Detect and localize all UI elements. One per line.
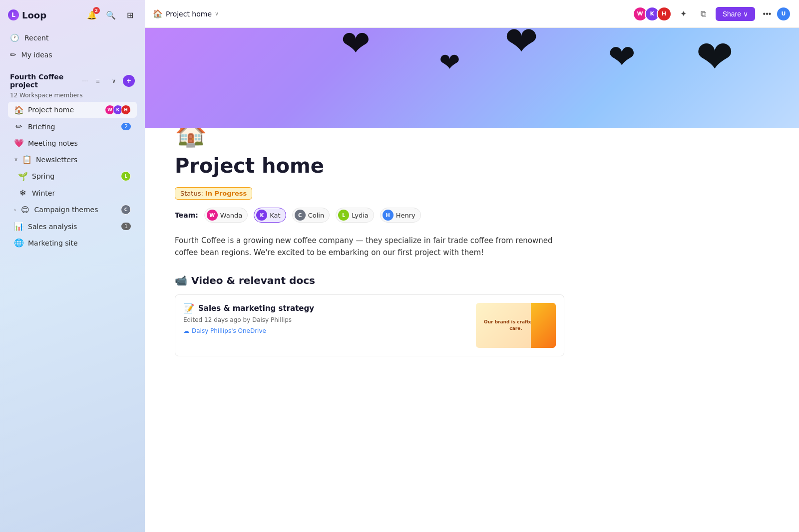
sales-analysis-label: Sales analysis (28, 223, 117, 231)
apps-button[interactable]: ✦ (676, 6, 692, 22)
workspace-header[interactable]: Fourth Coffee project ⋯ ≡ ∨ + (4, 70, 141, 92)
workspace-title-chevron: ⋯ (82, 77, 88, 84)
status-badge: Status: In Progress (175, 187, 252, 200)
doc-meta: Edited 12 days ago by Daisy Phillips (183, 316, 468, 323)
search-button[interactable]: 🔍 (104, 8, 118, 22)
page-description: Fourth Coffee is a growing new coffee co… (175, 235, 564, 259)
topbar-actions: ✦ ⧉ Share ∨ ••• U (676, 6, 791, 22)
spring-icon: 🌱 (18, 172, 28, 181)
team-member-kat[interactable]: K Kat (254, 208, 286, 223)
section-heading: 📹 Video & relevant docs (175, 274, 564, 286)
copy-button[interactable]: ⧉ (696, 6, 712, 22)
heart-1: ❤️ (341, 28, 371, 64)
logo-icon: L (8, 9, 19, 20)
breadcrumb: 🏠 Project home ∨ (153, 9, 632, 18)
team-member-henry[interactable]: H Henry (380, 208, 421, 223)
avatar-h: H (121, 105, 131, 115)
share-label: Share (723, 10, 741, 18)
sidebar-item-meeting-notes[interactable]: 💗 Meeting notes (8, 135, 137, 151)
briefing-icon: ✏️ (14, 122, 24, 131)
winter-icon: ❄️ (18, 188, 28, 198)
workspace-controls: ≡ ∨ + (91, 74, 135, 88)
breadcrumb-label: Project home (166, 10, 212, 18)
lydia-avatar: L (338, 210, 349, 221)
campaign-themes-chevron: › (14, 207, 16, 213)
user-avatar[interactable]: U (776, 6, 791, 21)
newsletters-chevron: ∨ (14, 156, 18, 163)
meeting-notes-icon: 💗 (14, 138, 24, 148)
project-home-icon: 🏠 (14, 105, 24, 115)
page-content: 🏠 Project home Status: In Progress Team:… (145, 118, 594, 376)
briefing-badge: 2 (121, 123, 131, 130)
meeting-notes-label: Meeting notes (28, 139, 131, 147)
lydia-name: Lydia (352, 212, 369, 219)
sidebar-item-my-ideas[interactable]: ✏️ My ideas (4, 47, 141, 63)
status-label: Status: (180, 190, 203, 197)
henry-name: Henry (396, 212, 415, 219)
sidebar: L Loop 🔔 2 🔍 ⊞ 🕐 Recent ✏️ My ideas Four… (0, 0, 145, 532)
sidebar-item-campaign-themes[interactable]: › 😊 Campaign themes C (8, 202, 137, 218)
sidebar-item-newsletters[interactable]: ∨ 📋 Newsletters (8, 152, 137, 167)
briefing-label: Briefing (28, 123, 117, 131)
recent-icon: 🕐 (10, 33, 19, 42)
workspace-subtitle: 12 Workspace members (4, 92, 141, 102)
doc-icon: 📝 (183, 303, 194, 313)
sidebar-nav: 🕐 Recent ✏️ My ideas (0, 26, 145, 64)
sidebar-item-winter[interactable]: ❄️ Winter (12, 185, 137, 201)
colin-avatar: C (295, 210, 306, 221)
team-member-lydia[interactable]: L Lydia (336, 208, 374, 223)
breadcrumb-icon: 🏠 (153, 9, 163, 18)
sidebar-item-sales-analysis[interactable]: 📊 Sales analysis 1 (8, 219, 137, 234)
topbar-avatars: W K H (636, 6, 672, 21)
marketing-site-icon: 🌐 (14, 238, 24, 248)
heart-2: ❤️ (505, 28, 538, 64)
spring-avatar: L (121, 171, 131, 181)
campaign-themes-avatars: C (123, 205, 131, 215)
share-button[interactable]: Share ∨ (716, 7, 755, 21)
team-member-wanda[interactable]: W Wanda (204, 208, 248, 223)
team-label: Team: (175, 211, 198, 219)
colin-name: Colin (308, 212, 325, 219)
sidebar-item-briefing[interactable]: ✏️ Briefing 2 (8, 119, 137, 134)
hero-decoration: ❤️ ❤️ ❤️ ❤️ ❤️ (145, 28, 799, 128)
workspace-expand-button[interactable]: ∨ (107, 74, 121, 88)
wanda-avatar: W (207, 210, 218, 221)
workspace-section: Fourth Coffee project ⋯ ≡ ∨ + 12 Workspa… (0, 64, 145, 252)
notifications-button[interactable]: 🔔 2 (85, 8, 99, 22)
sidebar-item-spring[interactable]: 🌱 Spring L (12, 168, 137, 184)
status-value: In Progress (205, 190, 247, 197)
topbar-avatar-h: H (657, 6, 672, 21)
workspace-title: Fourth Coffee project (10, 73, 79, 89)
breadcrumb-chevron: ∨ (215, 10, 219, 17)
hero-banner: ❤️ ❤️ ❤️ ❤️ ❤️ (145, 28, 799, 128)
campaign-avatar: C (121, 205, 131, 215)
newsletters-icon: 📋 (22, 155, 32, 164)
workspace-menu-button[interactable]: ≡ (91, 74, 105, 88)
heart-4: ❤️ (439, 48, 460, 77)
workspace-add-button[interactable]: + (123, 75, 135, 87)
team-row: Team: W Wanda K Kat C Colin L Lydia (175, 208, 564, 223)
doc-source-label: Daisy Phillips's OneDrive (192, 327, 266, 334)
kat-name: Kat (270, 212, 280, 219)
my-ideas-icon: ✏️ (10, 50, 16, 59)
henry-avatar: H (383, 210, 394, 221)
sidebar-item-project-home[interactable]: 🏠 Project home W K H (8, 102, 137, 118)
layout-button[interactable]: ⊞ (123, 8, 137, 22)
campaign-themes-icon: 😊 (20, 205, 30, 215)
doc-card[interactable]: 📝 Sales & marketing strategy Edited 12 d… (175, 294, 564, 356)
app-logo: L Loop (8, 9, 46, 20)
sidebar-item-marketing-site[interactable]: 🌐 Marketing site (8, 235, 137, 251)
page-title: Project home (175, 154, 564, 177)
doc-source-icon: ☁️ (183, 327, 189, 334)
notification-badge: 2 (93, 7, 100, 14)
recent-label: Recent (24, 34, 48, 42)
more-button[interactable]: ••• (759, 6, 775, 22)
sidebar-header: L Loop 🔔 2 🔍 ⊞ (0, 0, 145, 26)
main-area: 🏠 Project home ∨ W K H ✦ ⧉ Share ∨ ••• U… (145, 0, 799, 532)
winter-label: Winter (32, 189, 131, 197)
sidebar-item-recent[interactable]: 🕐 Recent (4, 30, 141, 46)
sales-analysis-badge: 1 (121, 223, 131, 230)
spring-label: Spring (32, 172, 119, 180)
doc-title: 📝 Sales & marketing strategy (183, 303, 468, 313)
team-member-colin[interactable]: C Colin (292, 208, 330, 223)
